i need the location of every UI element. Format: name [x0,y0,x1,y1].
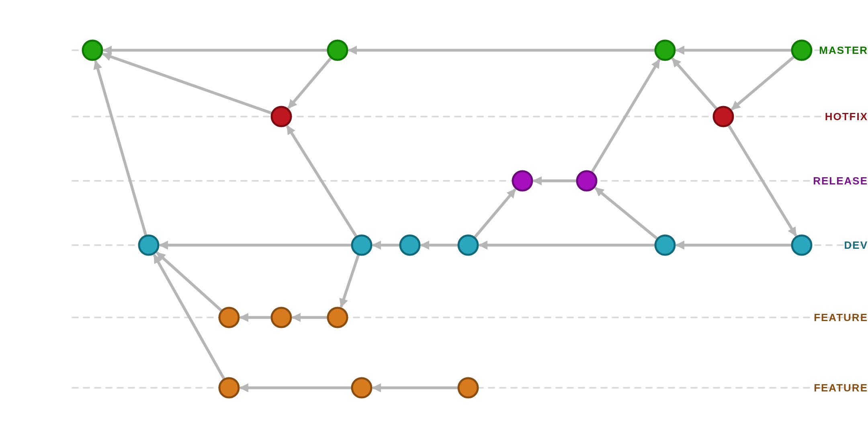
edge-m3-to-h1 [733,57,794,109]
lane-label-release: RELEASE [802,175,868,187]
commit-h1 [714,107,733,126]
lane-label-dev: DEV [802,239,868,252]
lane-label-master: MASTER [802,44,868,57]
edges [96,50,795,388]
commit-d0 [139,235,158,255]
commit-h0 [272,107,291,126]
gitflow-diagram: MASTERHOTFIXRELEASEDEVFEATUREFEATURE [0,0,868,434]
lane-label-feature1: FEATURE [802,311,868,324]
edge-h1-to-m2 [673,59,717,109]
commit-fA2 [328,308,347,327]
edge-m1-to-h0 [289,58,331,107]
lane-lines [72,50,868,388]
commit-m2 [655,41,675,60]
commit-d1 [352,235,371,255]
edge-d0-to-m0 [96,62,145,235]
commit-fB1 [352,378,371,397]
commit-d4 [655,235,675,255]
commit-r0 [513,171,532,190]
commit-r1 [577,171,596,190]
edge-d1-to-fA2 [341,255,358,306]
edge-d3-to-r0 [475,190,515,237]
commit-d3 [459,235,478,255]
edge-h0-to-m0 [104,54,271,113]
lane-label-hotfix: HOTFIX [802,111,868,123]
commit-d2 [400,235,420,255]
commit-m0 [83,41,102,60]
commit-fA0 [219,308,239,327]
edge-fA0-to-d0 [158,253,221,311]
commit-fB0 [219,378,239,397]
commit-m1 [328,41,347,60]
commit-fB2 [459,378,478,397]
edge-d4-to-r1 [596,188,657,238]
diagram-canvas [0,0,868,434]
commit-fA1 [272,308,291,327]
lane-label-feature2: FEATURE [802,382,868,394]
